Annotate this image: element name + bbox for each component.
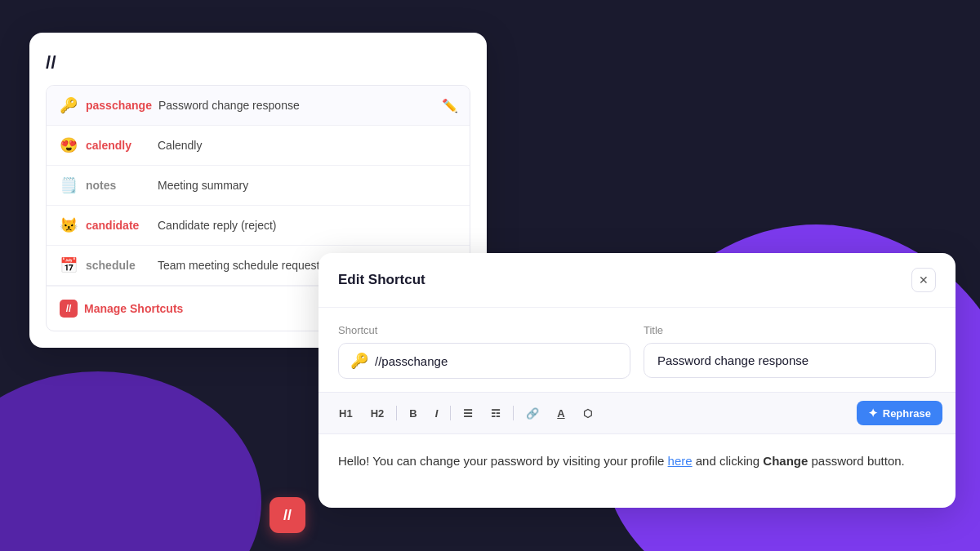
shortcut-key-notes: notes — [86, 179, 151, 192]
shortcut-emoji-notes: 🗒️ — [60, 176, 78, 194]
app-icon: // — [270, 497, 305, 533]
toolbar-bullet-button[interactable]: ☰ — [456, 402, 480, 424]
editor-content[interactable]: Hello! You can change your password by v… — [318, 434, 956, 508]
panel-header: // — [46, 52, 470, 73]
edit-icon-passchange[interactable]: ✏️ — [442, 98, 458, 113]
manage-left: // Manage Shortcuts — [60, 300, 183, 318]
shortcut-desc-calendly: Calendly — [158, 139, 457, 152]
shortcut-key-passchange: passchange — [86, 99, 152, 112]
shortcut-key-candidate: candidate — [86, 219, 151, 232]
edit-header: Edit Shortcut ✕ — [318, 253, 956, 308]
manage-shortcuts-label[interactable]: Manage Shortcuts — [84, 302, 183, 315]
manage-shortcuts-icon: // — [60, 300, 78, 318]
shortcut-desc-notes: Meeting summary — [158, 179, 457, 192]
bg-blob-left — [0, 371, 261, 551]
shortcut-item-passchange[interactable]: 🔑 passchange Password change response ✏️ — [47, 86, 470, 126]
toolbar-underline-button[interactable]: A — [550, 402, 572, 424]
title-field-label: Title — [644, 324, 936, 336]
shortcut-desc-candidate: Candidate reply (reject) — [158, 219, 457, 232]
shortcut-key-calendly: calendly — [86, 139, 151, 152]
editor-content-prefix: Hello! You can change your password by v… — [338, 454, 668, 468]
toolbar-divider-2 — [450, 406, 451, 420]
editor-content-end: password button. — [808, 454, 904, 468]
shortcut-desc-passchange: Password change response — [158, 99, 457, 112]
editor-content-link[interactable]: here — [668, 454, 693, 468]
shortcut-input[interactable] — [375, 354, 618, 368]
editor-toolbar: H1 H2 B I ☰ ☶ 🔗 A ⬡ ✦ Rephrase — [318, 392, 956, 434]
shortcut-emoji-candidate: 😾 — [60, 216, 78, 234]
toolbar-bold-button[interactable]: B — [402, 402, 424, 424]
shortcut-item-calendly[interactable]: 😍 calendly Calendly — [47, 126, 470, 166]
shortcut-item-notes[interactable]: 🗒️ notes Meeting summary — [47, 166, 470, 206]
shortcut-input-wrap: 🔑 — [338, 343, 630, 379]
toolbar-h1-button[interactable]: H1 — [332, 402, 360, 424]
toolbar-h2-button[interactable]: H2 — [363, 402, 392, 424]
toolbar-divider-1 — [396, 406, 397, 420]
shortcut-input-emoji: 🔑 — [350, 352, 368, 370]
toolbar-divider-3 — [513, 406, 514, 420]
shortcut-item-candidate[interactable]: 😾 candidate Candidate reply (reject) — [47, 206, 470, 246]
title-input[interactable] — [644, 343, 936, 378]
toolbar-link-button[interactable]: 🔗 — [519, 402, 546, 424]
toolbar-numbered-button[interactable]: ☶ — [483, 402, 508, 424]
editor-content-bold: Change — [763, 454, 808, 468]
rephrase-label: Rephrase — [883, 407, 931, 420]
shortcut-field-label: Shortcut — [338, 324, 630, 336]
rephrase-icon: ✦ — [868, 407, 878, 420]
shortcut-field-group: Shortcut 🔑 — [338, 324, 630, 379]
toolbar-italic-button[interactable]: I — [428, 402, 446, 424]
edit-fields: Shortcut 🔑 Title — [318, 308, 956, 392]
edit-panel-title: Edit Shortcut — [338, 272, 425, 288]
close-edit-panel-button[interactable]: ✕ — [911, 268, 936, 292]
shortcut-key-schedule: schedule — [86, 259, 151, 272]
editor-content-suffix: and clicking — [693, 454, 764, 468]
shortcut-emoji-passchange: 🔑 — [60, 96, 78, 114]
edit-shortcut-panel: Edit Shortcut ✕ Shortcut 🔑 Title H1 H2 B… — [318, 253, 956, 508]
title-field-group: Title — [644, 324, 936, 379]
rephrase-button[interactable]: ✦ Rephrase — [857, 401, 942, 425]
toolbar-color-button[interactable]: ⬡ — [576, 402, 599, 424]
shortcut-emoji-schedule: 📅 — [60, 256, 78, 274]
shortcut-emoji-calendly: 😍 — [60, 136, 78, 154]
